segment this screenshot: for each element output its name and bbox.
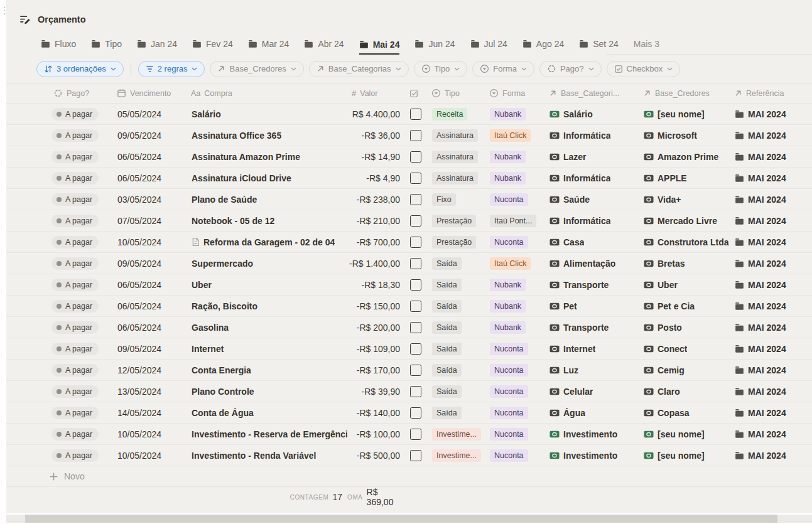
referencia-link[interactable]: MAI 2024 [748,365,786,375]
purchase-link[interactable]: Conta de Água [192,408,254,418]
credor-link[interactable]: APPLE [658,173,687,183]
purchase-link[interactable]: Investimento - Renda Variável [192,451,316,461]
tipo-cell[interactable]: Saída [427,274,485,295]
status-badge[interactable]: A pagar [51,236,99,249]
purchase-link[interactable]: Assinatura Office 365 [192,131,281,141]
row-checkbox[interactable] [410,322,421,333]
purchase-cell[interactable]: Assinatura Amazon Prime [187,146,347,167]
forma-tag[interactable]: Nubank [490,321,526,334]
categoria-cell[interactable]: Internet [544,338,639,359]
categoria-link[interactable]: Água [563,408,585,418]
credor-cell[interactable]: Uber [639,274,730,295]
tipo-tag[interactable]: Assinatura [432,129,478,142]
credor-link[interactable]: Amazon Prime [658,152,718,162]
purchase-link[interactable]: Uber [192,280,212,290]
purchase-link[interactable]: Conta Energia [192,365,251,375]
filter-button-base-categorias[interactable]: Base_Categorias [309,61,409,77]
credor-cell[interactable]: Bretas [639,253,730,274]
referencia-link[interactable]: MAI 2024 [748,301,786,311]
credor-cell[interactable]: [seu nome] [639,104,730,124]
credor-link[interactable]: [seu nome] [658,429,705,439]
purchase-cell[interactable]: Conta Energia [187,360,347,380]
forma-cell[interactable]: Itaú Pont... [485,210,544,231]
tipo-cell[interactable]: Investime... [427,445,485,466]
table-row[interactable]: A pagar 06/05/2024 Assinatura iCloud Dri… [6,168,812,189]
table-row[interactable]: A pagar 05/05/2024 Salário R$ 4.400,00 R… [6,104,812,125]
forma-tag[interactable]: Nubank [490,300,526,313]
status-badge[interactable]: A pagar [51,449,99,462]
categoria-cell[interactable]: Luz [544,360,639,380]
tab-jun-24[interactable]: Jun 24 [414,39,455,55]
tab-jan-24[interactable]: Jan 24 [137,39,177,55]
referencia-cell[interactable]: MAI 2024 [730,360,812,380]
credor-link[interactable]: Vida+ [658,195,681,205]
status-badge[interactable]: A pagar [51,129,99,142]
credor-cell[interactable]: Amazon Prime [639,146,730,167]
purchase-cell[interactable]: Uber [187,274,347,295]
categoria-cell[interactable]: Informática [544,125,639,146]
purchase-cell[interactable]: Gasolina [187,317,347,338]
row-checkbox[interactable] [410,407,421,419]
rules-button[interactable]: 2 regras [138,61,205,77]
new-row-button[interactable]: Novo [6,466,812,487]
table-row[interactable]: A pagar 10/05/2024 Investimento - Reserv… [6,424,812,445]
status-badge[interactable]: A pagar [51,193,99,206]
filter-button-base-credores[interactable]: Base_Credores [210,61,303,77]
row-checkbox[interactable] [410,365,421,376]
purchase-link[interactable]: Salário [192,109,221,119]
referencia-cell[interactable]: MAI 2024 [730,210,812,231]
table-row[interactable]: A pagar 06/05/2024 Gasolina -R$ 200,00 S… [6,317,812,338]
tipo-cell[interactable]: Saída [427,338,485,359]
categoria-cell[interactable]: Informática [544,210,639,231]
filter-button-checkbox[interactable]: Checkbox [607,61,681,77]
purchase-link[interactable]: Gasolina [192,323,229,333]
credor-cell[interactable]: Cemig [639,360,730,380]
drag-handle-icon[interactable]: ⋮ [0,8,6,13]
forma-tag[interactable]: Nuconta [490,193,528,206]
credor-link[interactable]: Pet e Cia [658,301,695,311]
categoria-link[interactable]: Celular [563,387,593,397]
credor-link[interactable]: Posto [658,323,682,333]
forma-cell[interactable]: Nuconta [485,232,544,252]
purchase-cell[interactable]: Assinatura Office 365 [187,125,347,146]
credor-link[interactable]: Microsoft [658,131,697,141]
forma-tag[interactable]: Nuconta [490,449,528,462]
due-date-cell[interactable]: 03/05/2024 [112,189,187,210]
tipo-cell[interactable]: Receita [427,104,485,124]
tipo-tag[interactable]: Saída [432,385,462,398]
purchase-link[interactable]: Internet [192,344,224,354]
value-cell[interactable]: -R$ 100,00 [347,424,404,444]
due-date-cell[interactable]: 12/05/2024 [112,360,187,380]
categoria-link[interactable]: Saúde [563,195,590,205]
categoria-cell[interactable]: Casa [544,232,639,252]
row-checkbox[interactable] [410,450,421,461]
credor-link[interactable]: [seu nome] [658,109,705,119]
credor-link[interactable]: Uber [658,280,678,290]
purchase-cell[interactable]: Notebook - 05 de 12 [187,210,347,231]
purchase-link[interactable]: Assinatura Amazon Prime [192,152,300,162]
forma-tag[interactable]: Nubank [490,279,526,291]
value-cell[interactable]: -R$ 109,00 [347,338,404,359]
forma-cell[interactable]: Nuconta [485,445,544,466]
column-header-base-credores[interactable]: Base_Credores [639,83,730,103]
forma-tag[interactable]: Nubank [490,172,526,184]
referencia-cell[interactable]: MAI 2024 [730,424,812,444]
categoria-cell[interactable]: Informática [544,168,639,188]
purchase-link[interactable]: Plano de Saúde [192,195,257,205]
categoria-link[interactable]: Transporte [563,323,609,333]
purchase-cell[interactable]: Plano de Saúde [187,189,347,210]
row-checkbox[interactable] [410,151,421,163]
categoria-link[interactable]: Internet [563,344,595,354]
categoria-cell[interactable]: Lazer [544,146,639,167]
forma-cell[interactable]: Nubank [485,317,544,338]
filter-button-forma[interactable]: Forma [472,61,534,77]
categoria-link[interactable]: Informática [563,173,610,183]
forma-cell[interactable]: Nuconta [485,402,544,423]
purchase-cell[interactable]: Internet [187,338,347,359]
purchase-link[interactable]: Supermercado [192,259,253,269]
status-badge[interactable]: A pagar [51,364,99,377]
forma-cell[interactable]: Nuconta [485,381,544,402]
column-header-tipo[interactable]: Tipo [427,83,485,103]
due-date-cell[interactable]: 06/05/2024 [112,274,187,295]
horizontal-scrollbar-thumb[interactable] [25,515,777,523]
